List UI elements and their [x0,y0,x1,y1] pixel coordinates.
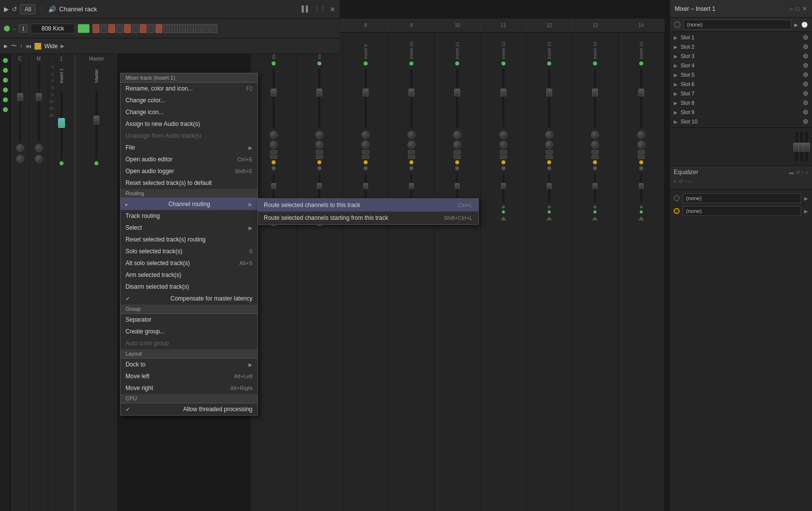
cm-alt-solo-shortcut: Alt+S [239,260,252,266]
slot-item-7: ▶ Slot 7 [670,89,812,98]
slot5-arrow[interactable]: ▶ [674,72,678,78]
mr-minimize-btn[interactable]: – [789,5,793,12]
cm-move-right-label: Move right [125,385,153,391]
slot3-arrow[interactable]: ▶ [674,54,678,59]
eq-nav-left[interactable]: « [674,179,677,184]
cm-arm-label: Arm selected track(s) [125,271,181,278]
cr-title: Channel rack [59,5,97,13]
cr-close-btn[interactable]: ✕ [330,5,336,13]
cm-dock-to[interactable]: Dock to ▶ [121,359,257,370]
eq-icon-1[interactable]: ▬ [789,170,794,175]
eq-circle [674,21,681,28]
prev-icon[interactable]: ⏮ [26,43,31,50]
slot-item-6: ▶ Slot 6 [670,80,812,89]
cm-reset-routing[interactable]: Reset selected track(s) routing [121,234,257,245]
cm-solo[interactable]: Solo selected track(s) S [121,245,257,257]
eq-nav-4[interactable]: – [689,179,692,184]
slot10-arrow[interactable]: ▶ [674,119,678,124]
cm-alt-solo[interactable]: Alt solo selected track(s) Alt+S [121,257,257,269]
eq-arrow-btn[interactable]: ▶ [794,22,798,28]
slot1-arrow[interactable]: ▶ [674,35,678,40]
cm-move-left-label: Move left [125,373,150,380]
cm-allow-threaded[interactable]: ✓ Allow threaded processing [121,403,257,415]
cm-auto-color: Auto color group [121,337,257,349]
eq-nav-3[interactable]: – [685,179,687,184]
none-dropdown-1[interactable]: (none) [683,193,801,203]
cm-change-icon[interactable]: Change icon... [121,106,257,118]
slot10-dot [803,119,808,124]
none-circle-2 [674,208,680,214]
none-arrow-2[interactable]: ▶ [804,209,808,214]
sm-route-starting[interactable]: Route selected channels starting from th… [258,211,478,224]
expand-icon[interactable]: ▶ [4,43,8,49]
slot10-label: Slot 10 [681,119,800,124]
mode-label[interactable]: All [20,4,35,14]
led-5 [3,97,8,102]
led-master [94,161,98,165]
cm-move-right[interactable]: Move right Alt+Right [121,382,257,394]
slot4-label: Slot 4 [681,62,800,68]
led-i11 [455,61,459,65]
cm-open-audio-logger[interactable]: Open audio logger Shift+E [121,165,257,177]
cm-file-label: File [125,144,135,151]
ruler-12: 12 [527,19,572,32]
cm-change-color[interactable]: Change color... [121,94,257,106]
cm-dock-to-label: Dock to [125,361,146,368]
play-icon[interactable]: ▶ [4,5,9,13]
context-menu: Mixer track (Insert 1) Rename, color and… [120,73,258,416]
sm-route-selected[interactable]: Route selected channels to this track Ct… [258,199,478,211]
mr-maximize-btn[interactable]: □ [796,5,799,12]
cm-reset-default[interactable]: Reset selected track(s) to default [121,177,257,189]
led-4 [3,88,8,92]
undo-icon[interactable]: ↺ [12,5,17,13]
none-arrow-1[interactable]: ▶ [804,196,808,201]
slot4-arrow[interactable]: ▶ [674,63,678,68]
cm-move-left-shortcut: Alt+Left [234,373,252,379]
cm-open-audio-editor[interactable]: Open audio editor Ctrl+E [121,153,257,165]
cm-move-left[interactable]: Move left Alt+Left [121,370,257,382]
eq-icon-4[interactable]: » [805,170,808,175]
minus-btn[interactable]: – [13,26,16,31]
eq-none-label[interactable]: (none) [684,20,791,30]
cm-cpu-section: CPU [121,394,257,403]
slot8-arrow[interactable]: ▶ [674,100,678,106]
cm-track-routing-label: Track routing [125,212,160,219]
cm-change-icon-label: Change icon... [125,109,163,116]
eq-icon-3[interactable]: › [802,170,803,175]
cm-channel-routing[interactable]: ▸ Channel routing ▶ Route selected chann… [121,198,257,210]
up-icon[interactable]: ↑ [20,43,23,50]
cm-dock-to-arrow: ▶ [249,362,252,367]
cm-open-audio-editor-label: Open audio editor [125,156,172,163]
cm-disarm[interactable]: Disarm selected track(s) [121,281,257,293]
wide-arrow[interactable]: ▶ [61,43,64,49]
cm-arm[interactable]: Arm selected track(s) [121,269,257,281]
slot2-arrow[interactable]: ▶ [674,44,678,50]
master-strip: Master Master [75,54,118,511]
cm-assign-audio[interactable]: Assign to new Audio track(s) [121,118,257,130]
ruler-11: 11 [481,19,527,32]
led-i13 [547,61,551,65]
cm-separator-label: Separator [125,316,152,323]
slot7-arrow[interactable]: ▶ [674,91,678,96]
slot6-arrow[interactable]: ▶ [674,82,678,87]
eq-icon-2[interactable]: ↺ [796,170,800,175]
cm-separator[interactable]: Separator [121,314,257,326]
cm-assign-audio-label: Assign to new Audio track(s) [125,120,200,127]
eq-nav-right[interactable]: ↺ [679,179,683,184]
cm-select[interactable]: Select ▶ [121,222,257,234]
cm-create-group-label: Create group... [125,328,165,335]
cm-create-group[interactable]: Create group... [121,326,257,337]
slot9-dot [803,110,808,115]
grid-icon[interactable]: ⋮⋮ [314,5,326,13]
cm-track-routing[interactable]: Track routing [121,210,257,222]
green-indicator [78,24,90,33]
slot9-arrow[interactable]: ▶ [674,110,678,115]
slot1-label: Slot 1 [681,34,800,40]
none-dropdown-2[interactable]: (none) [683,206,801,216]
mr-close-btn[interactable]: ✕ [802,5,807,12]
cm-file[interactable]: File ▶ [121,142,257,153]
stats-icon[interactable]: ▌▌ [302,5,310,13]
cm-rename[interactable]: Rename, color and icon... F2 [121,83,257,94]
cm-compensate[interactable]: ✓ Compensate for master latency [121,293,257,304]
wave-icon[interactable]: 〜 [11,42,17,50]
